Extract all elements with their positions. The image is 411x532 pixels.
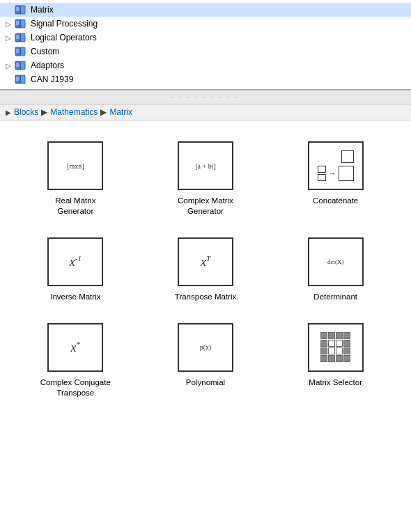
svg-rect-25 [20, 61, 25, 70]
block-icon-inverse-matrix: x-1 [47, 237, 103, 286]
svg-rect-31 [20, 75, 25, 84]
block-icon-complex-matrix: [a + bi] [178, 141, 233, 190]
block-label-real-matrix: Real MatrixGenerator [55, 196, 95, 217]
svg-rect-6 [15, 19, 20, 28]
block-complex-conjugate-transpose[interactable]: x* Complex ConjugateTranspose [14, 323, 137, 398]
dots-divider: · · · · · · · · · [0, 90, 411, 104]
sidebar-item-can-j1939[interactable]: CAN J1939 [0, 72, 411, 86]
block-determinant[interactable]: det(X) Determinant [274, 237, 397, 302]
block-real-matrix-generator[interactable]: [mxn] Real MatrixGenerator [14, 141, 137, 217]
tree-panel: Matrix ▷ Signal Processing ▷ [0, 0, 411, 90]
sidebar-item-adaptors[interactable]: ▷ Adaptors [0, 58, 411, 72]
matrix-selector-grid [320, 332, 350, 362]
svg-rect-1 [20, 6, 25, 14]
expand-arrow-adaptors: ▷ [6, 62, 14, 70]
block-icon-complex-conjugate: x* [47, 323, 103, 372]
breadcrumb-bar: ▶ Blocks ▶ Mathematics ▶ Matrix [0, 104, 411, 120]
breadcrumb-blocks[interactable]: Blocks [14, 107, 38, 117]
sidebar-item-label-adaptors: Adaptors [31, 61, 64, 70]
blocks-grid: [mxn] Real MatrixGenerator [a + bi] Comp… [7, 134, 404, 405]
transpose-matrix-icon-text: xT [201, 254, 210, 269]
block-polynomial[interactable]: p(x) Polynomial [144, 323, 267, 398]
breadcrumb-nav-arrow: ▶ [6, 109, 11, 116]
svg-rect-12 [15, 33, 20, 42]
svg-rect-7 [20, 19, 25, 28]
book-icon-custom [14, 46, 28, 57]
real-matrix-icon-text: [mxn] [67, 162, 84, 170]
sidebar-item-label-matrix: Matrix [31, 5, 54, 15]
sidebar-item-matrix[interactable]: Matrix [0, 3, 411, 17]
svg-rect-13 [20, 33, 25, 42]
complex-matrix-icon-text: [a + bi] [195, 162, 216, 170]
dots-text: · · · · · · · · · [171, 93, 240, 101]
svg-rect-19 [20, 47, 25, 56]
sidebar-item-custom[interactable]: Custom [0, 45, 411, 58]
block-label-matrix-selector: Matrix Selector [309, 377, 362, 388]
sidebar-item-logical-operators[interactable]: ▷ Logical Operators [0, 31, 411, 45]
book-icon-signal [14, 18, 28, 29]
block-label-inverse-matrix: Inverse Matrix [50, 292, 100, 302]
sidebar-item-label-signal: Signal Processing [31, 19, 98, 29]
sidebar-item-signal-processing[interactable]: ▷ Signal Processing [0, 17, 411, 31]
svg-rect-30 [15, 75, 20, 84]
block-icon-matrix-selector [308, 323, 364, 372]
block-label-complex-conjugate: Complex ConjugateTranspose [40, 377, 111, 398]
block-icon-concatenate: → [308, 141, 364, 190]
sidebar-item-label-can: CAN J1939 [31, 75, 73, 84]
block-label-complex-matrix: Complex MatrixGenerator [178, 196, 233, 217]
breadcrumb-sep-1: ▶ [41, 107, 47, 117]
book-icon [14, 4, 28, 15]
block-concatenate[interactable]: → Concatenate [274, 141, 397, 217]
book-icon-logical [14, 32, 28, 43]
block-label-determinant: Determinant [313, 292, 357, 302]
blocks-panel: [mxn] Real MatrixGenerator [a + bi] Comp… [0, 120, 411, 532]
block-label-concatenate: Concatenate [313, 196, 358, 206]
determinant-icon-text: det(X) [327, 258, 344, 265]
svg-rect-24 [15, 61, 20, 70]
polynomial-icon-text: p(x) [200, 343, 212, 351]
block-complex-matrix-generator[interactable]: [a + bi] Complex MatrixGenerator [144, 141, 267, 217]
block-icon-determinant: det(X) [308, 237, 364, 286]
svg-rect-18 [15, 47, 20, 56]
expand-arrow-signal: ▷ [6, 20, 14, 28]
block-icon-polynomial: p(x) [178, 323, 233, 372]
sidebar-item-label-logical: Logical Operators [31, 33, 97, 42]
complex-conjugate-icon-text: x* [71, 340, 81, 355]
block-icon-transpose-matrix: xT [178, 237, 233, 286]
expand-arrow-logical: ▷ [6, 34, 14, 42]
concat-icon: → [318, 150, 354, 181]
block-label-transpose-matrix: Transpose Matrix [175, 292, 236, 302]
breadcrumb-sep-2: ▶ [100, 107, 107, 117]
block-transpose-matrix[interactable]: xT Transpose Matrix [144, 237, 267, 302]
block-inverse-matrix[interactable]: x-1 Inverse Matrix [14, 237, 137, 302]
breadcrumb-matrix[interactable]: Matrix [109, 107, 132, 117]
block-label-polynomial: Polynomial [186, 377, 225, 388]
book-icon-can [14, 74, 28, 85]
block-icon-real-matrix: [mxn] [47, 141, 103, 190]
sidebar-item-label-custom: Custom [31, 47, 59, 56]
book-icon-adaptors [14, 60, 28, 71]
svg-rect-0 [15, 6, 20, 14]
inverse-matrix-icon-text: x-1 [70, 254, 82, 269]
breadcrumb-mathematics[interactable]: Mathematics [50, 107, 98, 117]
block-matrix-selector[interactable]: Matrix Selector [274, 323, 397, 398]
